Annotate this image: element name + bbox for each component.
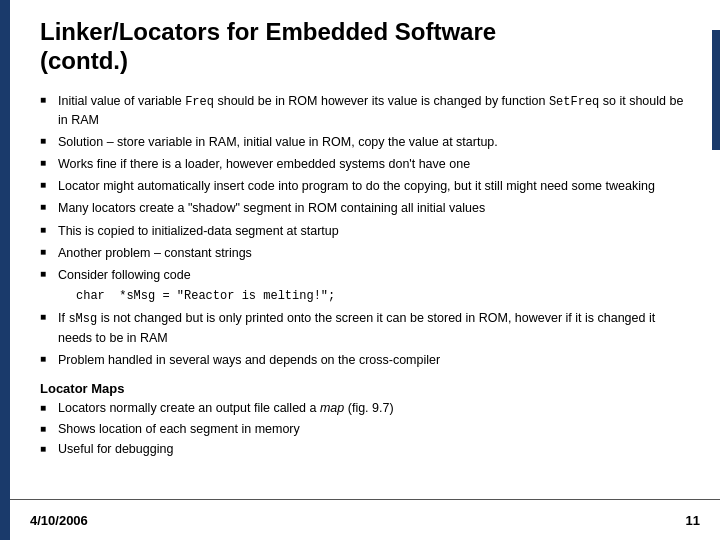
footer-page: 11	[686, 513, 700, 528]
bullet-icon: ■	[40, 244, 58, 260]
bullet-icon: ■	[40, 199, 58, 215]
bottom-divider	[10, 499, 720, 501]
footer-date: 4/10/2006	[30, 513, 88, 528]
slide-footer: 4/10/2006 11	[30, 513, 700, 528]
bullet-text: Useful for debugging	[58, 441, 690, 459]
slide-title: Linker/Locators for Embedded Software (c…	[40, 18, 690, 76]
list-item: ■ Problem handled in several ways and de…	[40, 351, 690, 369]
list-item: ■ Locator might automatically insert cod…	[40, 177, 690, 195]
bullet-text: Problem handled in several ways and depe…	[58, 351, 690, 369]
section-heading: Locator Maps	[40, 381, 690, 396]
list-item: ■ Many locators create a "shadow" segmen…	[40, 199, 690, 217]
bullet-icon: ■	[40, 309, 58, 325]
bullet-text: Consider following code	[58, 266, 690, 284]
list-item: ■ Locators normally create an output fil…	[40, 400, 690, 418]
bullet-icon: ■	[40, 155, 58, 171]
sub-bullet-list: ■ Locators normally create an output fil…	[40, 400, 690, 459]
bullet-icon: ■	[40, 133, 58, 149]
bullet-text: Shows location of each segment in memory	[58, 421, 690, 439]
title-line2: (contd.)	[40, 47, 128, 74]
slide: Linker/Locators for Embedded Software (c…	[0, 0, 720, 540]
right-accent-bar	[712, 30, 720, 150]
list-item: ■ Useful for debugging	[40, 441, 690, 459]
bullet-icon: ■	[40, 92, 58, 108]
bullet-text: Another problem – constant strings	[58, 244, 690, 262]
bullet-text: Many locators create a "shadow" segment …	[58, 199, 690, 217]
bullet-icon: ■	[40, 441, 58, 456]
list-item: ■ Initial value of variable Freq should …	[40, 92, 690, 130]
bullet-text: Solution – store variable in RAM, initia…	[58, 133, 690, 151]
list-item-code: char *sMsg = "Reactor is melting!";	[40, 288, 690, 305]
bullet-text: Works fine if there is a loader, however…	[58, 155, 690, 173]
code-block: char *sMsg = "Reactor is melting!";	[76, 288, 690, 305]
list-item: ■ Consider following code	[40, 266, 690, 284]
bullet-icon: ■	[40, 421, 58, 436]
bullet-icon: ■	[40, 222, 58, 238]
slide-content: Linker/Locators for Embedded Software (c…	[10, 0, 720, 472]
bullet-text: Initial value of variable Freq should be…	[58, 92, 690, 130]
list-item: ■ Works fine if there is a loader, howev…	[40, 155, 690, 173]
list-item: ■ Shows location of each segment in memo…	[40, 421, 690, 439]
list-item: ■ If sMsg is not changed but is only pri…	[40, 309, 690, 347]
bullet-icon: ■	[40, 266, 58, 282]
left-accent-bar	[0, 0, 10, 540]
title-line1: Linker/Locators for Embedded Software	[40, 18, 496, 45]
list-item: ■ Solution – store variable in RAM, init…	[40, 133, 690, 151]
bullet-icon: ■	[40, 351, 58, 367]
bullet-text: If sMsg is not changed but is only print…	[58, 309, 690, 347]
list-item: ■ Another problem – constant strings	[40, 244, 690, 262]
bullet-icon: ■	[40, 177, 58, 193]
bullet-icon: ■	[40, 400, 58, 415]
bullet-text: Locator might automatically insert code …	[58, 177, 690, 195]
bullet-text: This is copied to initialized-data segme…	[58, 222, 690, 240]
bullet-text: Locators normally create an output file …	[58, 400, 690, 418]
list-item: ■ This is copied to initialized-data seg…	[40, 222, 690, 240]
main-bullet-list: ■ Initial value of variable Freq should …	[40, 92, 690, 369]
